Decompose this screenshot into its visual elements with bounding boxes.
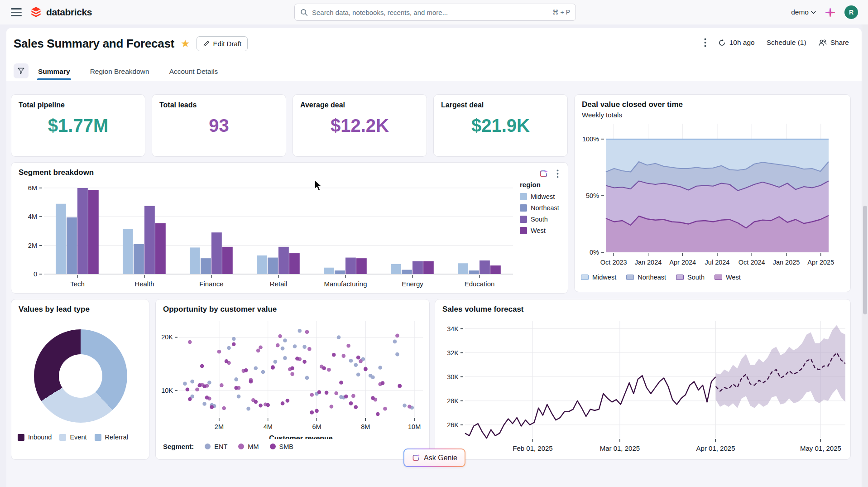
card-kebab-icon[interactable] <box>556 169 559 178</box>
legend-swatch <box>520 227 527 234</box>
kpi-label: Total pipeline <box>19 101 65 109</box>
filter-button[interactable] <box>14 63 29 78</box>
legend-item[interactable]: Referral <box>95 434 129 441</box>
legend-swatch <box>59 434 66 441</box>
legend-swatch <box>581 275 589 280</box>
tab-account-details[interactable]: Account Details <box>168 63 219 80</box>
legend-item[interactable]: West <box>520 227 559 234</box>
legend-item[interactable]: SMB <box>270 443 293 450</box>
svg-text:10K: 10K <box>161 387 173 394</box>
chart-title: Segment breakdown <box>19 168 94 177</box>
vertical-scrollbar[interactable] <box>862 24 868 487</box>
legend-label: Midwest <box>531 193 555 200</box>
svg-text:4M: 4M <box>264 423 273 430</box>
databricks-logo[interactable]: databricks <box>30 6 92 18</box>
opportunity-scatter-chart[interactable]: 2M4M6M8M10M10K20KCustomer revenue <box>158 318 428 439</box>
workspace-dropdown[interactable]: demo <box>791 8 816 16</box>
legend-item[interactable]: Northeast <box>626 274 666 281</box>
kebab-menu-icon[interactable] <box>704 38 706 47</box>
legend-item[interactable]: West <box>715 274 741 281</box>
chart-title: Deal value closed over time <box>582 100 683 109</box>
sales-forecast-line-chart[interactable]: 26K28K30K32K34KFeb 01, 2025Mar 01, 2025A… <box>439 318 849 458</box>
svg-text:Health: Health <box>134 280 154 288</box>
legend-label: South <box>687 274 705 281</box>
chart-title: Sales volume forecast <box>442 305 524 314</box>
legend-item[interactable]: ENT <box>205 443 227 450</box>
legend-item[interactable]: South <box>676 274 705 281</box>
legend-item[interactable]: Midwest <box>581 274 616 281</box>
refresh-icon <box>718 39 726 47</box>
legend-item[interactable]: Inbound <box>18 434 52 441</box>
area-chart-legend: Midwest Northeast South West <box>581 274 741 281</box>
legend-item[interactable]: South <box>520 216 559 223</box>
kpi-value: $21.9K <box>434 116 567 136</box>
legend-item[interactable]: Event <box>59 434 86 441</box>
genie-export-icon[interactable] <box>539 169 548 178</box>
favorite-star-icon[interactable]: ★ <box>181 39 190 49</box>
svg-text:Customer revenue: Customer revenue <box>269 434 333 439</box>
legend-label: Inbound <box>28 434 52 441</box>
lead-type-donut-chart[interactable] <box>34 329 127 423</box>
legend-item[interactable]: Midwest <box>520 193 559 200</box>
user-avatar[interactable]: R <box>844 5 858 19</box>
legend-label: West <box>531 227 546 234</box>
ask-genie-label: Ask Genie <box>424 454 457 462</box>
tab-region-breakdown[interactable]: Region Breakdown <box>89 63 150 80</box>
deal-value-area-chart[interactable]: Oct 2023Jan 2024Apr 2024Jul 2024Oct 2024… <box>577 121 849 270</box>
assistant-sparkle-icon[interactable] <box>825 7 835 18</box>
ask-genie-button[interactable]: Ask Genie <box>403 448 465 467</box>
kpi-value: $12.2K <box>293 116 427 136</box>
search-placeholder: Search data, notebooks, recents, and mor… <box>312 9 548 16</box>
svg-text:Apr 01, 2025: Apr 01, 2025 <box>696 444 735 452</box>
legend-item[interactable]: Northeast <box>520 204 559 212</box>
schedule-label: Schedule (1) <box>767 39 806 47</box>
databricks-logo-icon <box>30 6 42 18</box>
top-navbar: databricks Search data, notebooks, recen… <box>0 0 868 24</box>
main-panel: Sales Summary and Forecast ★ Edit Draft … <box>6 28 862 487</box>
genie-icon <box>412 453 420 462</box>
svg-text:Manufacturing: Manufacturing <box>324 280 367 288</box>
legend-label: ENT <box>214 443 227 450</box>
svg-text:0: 0 <box>34 270 37 278</box>
deal-value-over-time-card: Deal value closed over time Weekly total… <box>574 94 851 292</box>
svg-text:Oct 2024: Oct 2024 <box>739 259 765 266</box>
kpi-value: $1.77M <box>11 116 145 136</box>
bar-chart-legend: region Midwest Northeast South West <box>520 181 559 238</box>
svg-text:Education: Education <box>465 280 495 288</box>
svg-text:Finance: Finance <box>199 280 223 288</box>
svg-text:Apr 2025: Apr 2025 <box>807 259 834 266</box>
legend-swatch <box>520 193 527 200</box>
share-button[interactable]: Share <box>818 39 849 47</box>
refresh-button[interactable]: 10h ago <box>718 39 755 47</box>
hamburger-menu-icon[interactable] <box>11 7 22 18</box>
filter-funnel-icon <box>17 67 25 75</box>
donut-legend: Inbound Event Referral <box>18 434 128 441</box>
svg-text:50%: 50% <box>586 192 599 199</box>
segment-breakdown-card: Segment breakdown 02M4M6MTechHealthFinan… <box>11 162 568 294</box>
chart-title: Opportunity by customer value <box>163 305 277 314</box>
svg-text:30K: 30K <box>447 373 459 381</box>
svg-text:28K: 28K <box>447 397 459 405</box>
share-people-icon <box>818 39 827 46</box>
schedule-button[interactable]: Schedule (1) <box>767 39 806 47</box>
svg-text:Tech: Tech <box>70 280 85 288</box>
opportunity-scatter-card: Opportunity by customer value 2M4M6M8M10… <box>155 299 430 460</box>
segment-breakdown-bar-chart[interactable]: 02M4M6MTechHealthFinanceRetailManufactur… <box>15 178 531 292</box>
share-label: Share <box>830 39 849 47</box>
svg-text:Mar 01, 2025: Mar 01, 2025 <box>600 444 640 452</box>
global-search-input[interactable]: Search data, notebooks, recents, and mor… <box>294 4 576 21</box>
legend-swatch <box>238 444 244 449</box>
legend-item[interactable]: MM <box>238 443 259 450</box>
svg-text:34K: 34K <box>447 325 459 333</box>
search-icon <box>300 9 308 16</box>
legend-label: Northeast <box>531 204 559 212</box>
tab-summary[interactable]: Summary <box>37 63 71 80</box>
edit-draft-button[interactable]: Edit Draft <box>197 36 248 51</box>
legend-label: Referral <box>105 434 129 441</box>
dashboard-header: Sales Summary and Forecast ★ Edit Draft … <box>6 28 862 63</box>
svg-text:32K: 32K <box>447 349 459 357</box>
legend-label: West <box>726 274 741 281</box>
scrollbar-thumb[interactable] <box>863 206 867 314</box>
svg-text:2M: 2M <box>28 242 37 249</box>
page-title: Sales Summary and Forecast <box>14 37 174 51</box>
